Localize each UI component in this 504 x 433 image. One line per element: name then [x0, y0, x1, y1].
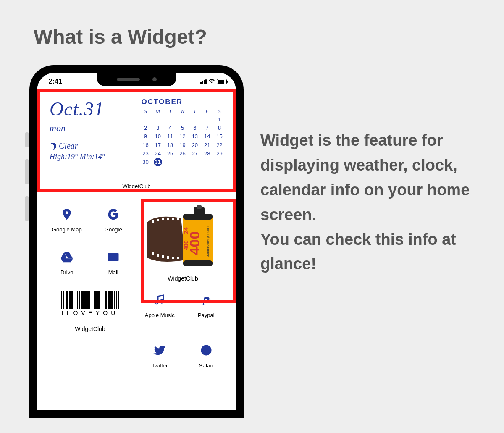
mail-icon	[107, 251, 120, 263]
drive-icon	[60, 251, 73, 263]
highlight-box-calendar	[37, 89, 236, 192]
battery-icon	[217, 79, 227, 84]
phone-side-buttons	[25, 132, 29, 233]
app-twitter[interactable]: Twitter	[136, 341, 183, 369]
barcode-text: ILOVEYOU	[44, 310, 136, 316]
description-line2: You can check this info at glance!	[260, 227, 483, 277]
google-icon	[107, 208, 120, 220]
page-title: What is a Widget?	[34, 25, 483, 48]
description-line1: Widget is the feature for displaying wea…	[260, 128, 483, 227]
app-safari[interactable]: Safari	[183, 341, 230, 369]
wifi-icon	[208, 78, 215, 85]
app-mail[interactable]: Mail	[90, 248, 137, 282]
phone-notch	[97, 73, 176, 86]
phone-mockup: 2:41	[29, 65, 244, 418]
description: Widget is the feature for displaying wea…	[244, 65, 483, 276]
barcode-bars	[44, 291, 136, 309]
app-google[interactable]: Google	[90, 205, 137, 239]
status-time: 2:41	[49, 78, 62, 85]
safari-icon	[200, 344, 213, 357]
barcode-widget-label: WidgetClub	[44, 325, 136, 332]
highlight-box-film	[141, 199, 236, 303]
page: What is a Widget? 2:41	[0, 0, 504, 433]
map-pin-icon	[60, 208, 73, 220]
twitter-icon	[153, 344, 166, 357]
signal-icon	[200, 79, 207, 84]
barcode-widget[interactable]: ILOVEYOU WidgetClub	[44, 291, 136, 332]
app-google-map[interactable]: Google Map	[44, 205, 90, 239]
app-drive[interactable]: Drive	[44, 248, 90, 282]
